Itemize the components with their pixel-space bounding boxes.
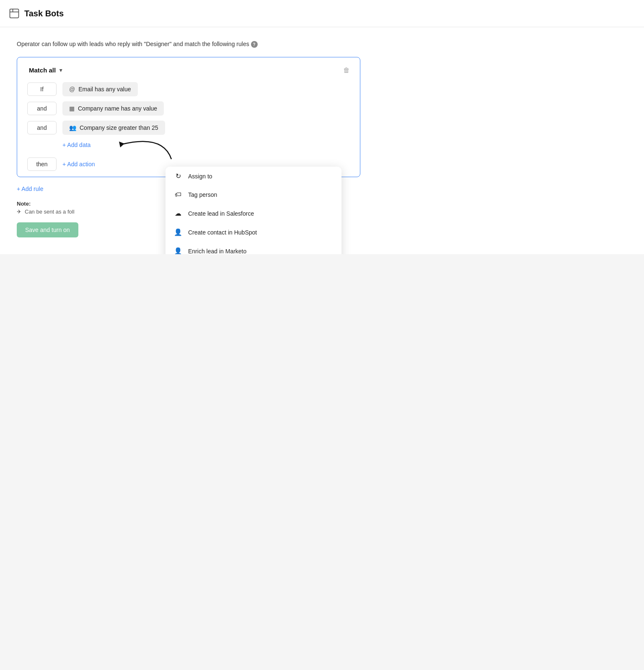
match-all-label: Match all — [29, 67, 56, 74]
and-label-2: and — [27, 121, 57, 134]
add-data-button[interactable]: + Add data — [62, 140, 91, 150]
company-icon: ▦ — [69, 105, 75, 112]
then-label: then — [27, 157, 57, 171]
condition-pill-company-size[interactable]: 👥 Company size greater than 25 — [62, 121, 165, 135]
condition-row-if: If @ Email has any value — [27, 82, 350, 96]
condition-text-email: Email has any value — [78, 86, 131, 93]
save-button[interactable]: Save and turn on — [17, 222, 78, 237]
dropdown-item-salesforce[interactable]: ☁ Create lead in Salesforce — [166, 204, 341, 223]
dropdown-item-assign[interactable]: ↻ Assign to — [166, 167, 341, 186]
and-label-1: and — [27, 102, 57, 115]
dropdown-item-label-hubspot: Create contact in HubSpot — [188, 229, 257, 236]
condition-pill-company-name[interactable]: ▦ Company name has any value — [62, 101, 164, 116]
condition-text-company-size: Company size greater than 25 — [80, 124, 158, 131]
tag-person-icon: 🏷 — [174, 191, 182, 198]
description-text: Operator can follow up with leads who re… — [17, 40, 344, 49]
delete-rule-icon[interactable]: 🗑 — [343, 67, 350, 74]
help-icon[interactable]: ? — [251, 41, 258, 48]
marketo-icon: 👤 — [174, 247, 182, 254]
salesforce-icon: ☁ — [174, 209, 182, 217]
paper-plane-icon: ✈ — [17, 209, 21, 215]
svg-marker-3 — [119, 142, 124, 147]
page-title: Task Bots — [24, 9, 64, 18]
condition-row-and-1: and ▦ Company name has any value — [27, 101, 350, 116]
dropdown-item-tag-person[interactable]: 🏷 Tag person — [166, 186, 341, 204]
condition-pill-email[interactable]: @ Email has any value — [62, 82, 138, 96]
match-all-row: Match all ▼ 🗑 — [27, 66, 350, 75]
action-dropdown-menu: ↻ Assign to 🏷 Tag person ☁ Create lead i… — [166, 167, 341, 254]
svg-rect-0 — [10, 9, 19, 18]
people-icon: 👥 — [69, 124, 76, 131]
dropdown-item-hubspot[interactable]: 👤 Create contact in HubSpot — [166, 223, 341, 242]
match-all-button[interactable]: Match all ▼ — [27, 66, 65, 75]
hubspot-icon: 👤 — [174, 228, 182, 236]
dropdown-item-marketo-enrich[interactable]: 👤 Enrich lead in Marketo — [166, 242, 341, 254]
rule-card: Match all ▼ 🗑 If @ Email has any value a… — [17, 57, 360, 177]
add-rule-button[interactable]: + Add rule — [17, 186, 43, 192]
condition-text-company-name: Company name has any value — [78, 105, 157, 112]
then-action-area: + Add action — [62, 159, 95, 169]
assign-icon: ↻ — [174, 172, 182, 180]
page-header: Task Bots — [0, 0, 644, 27]
dropdown-item-label-salesforce: Create lead in Salesforce — [188, 210, 254, 217]
add-action-button[interactable]: + Add action — [62, 159, 95, 169]
dropdown-item-label-marketo-enrich: Enrich lead in Marketo — [188, 248, 246, 255]
dropdown-item-label-tag-person: Tag person — [188, 191, 217, 198]
arrow-annotation — [88, 130, 180, 163]
main-content: Operator can follow up with leads who re… — [0, 27, 644, 254]
dropdown-item-label-assign: Assign to — [188, 173, 212, 180]
chevron-down-icon: ▼ — [58, 67, 63, 73]
condition-row-and-2: and 👥 Company size greater than 25 — [27, 121, 350, 135]
task-bots-icon — [8, 8, 20, 19]
if-label: If — [27, 82, 57, 96]
note-text: Can be sent as a foll — [25, 209, 75, 215]
email-icon: @ — [69, 86, 75, 93]
